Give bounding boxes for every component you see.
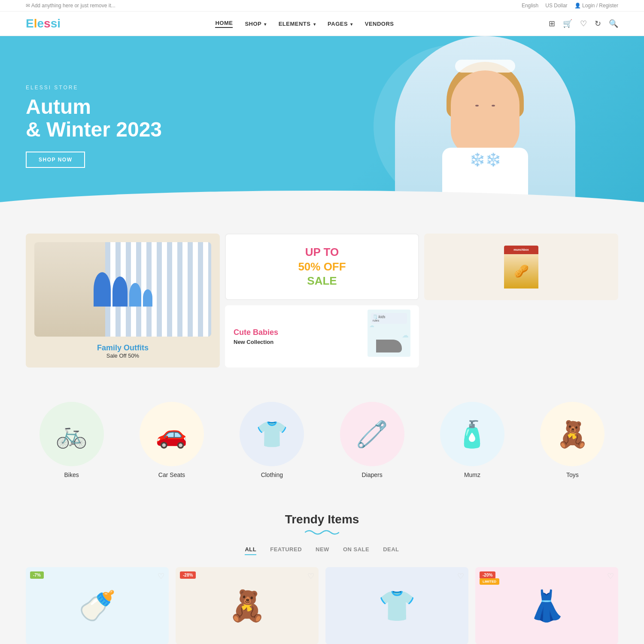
product-wishlist-2[interactable]: ♡ bbox=[307, 571, 314, 581]
category-mumz-circle: 🧴 bbox=[440, 402, 504, 466]
categories-grid: 🚲 Bikes 🚗 Car Seats 👕 Clothing 🧷 Diapers bbox=[26, 402, 618, 478]
sale-text: UP TO 50% OFF SALE bbox=[298, 245, 346, 289]
grid-icon[interactable]: ⊞ bbox=[549, 19, 555, 28]
girl-face bbox=[451, 70, 519, 156]
language-selector[interactable]: English bbox=[522, 3, 538, 9]
clothing-icon: 👕 bbox=[256, 419, 288, 450]
category-carseats-label: Car Seats bbox=[158, 471, 185, 478]
snack-brand: munchbox bbox=[513, 248, 529, 251]
trendy-wave-decoration bbox=[26, 529, 618, 538]
cart-icon[interactable]: 🛒 bbox=[563, 19, 572, 28]
snack-package: munchbox 🥜 bbox=[504, 246, 538, 289]
product-badge-4: -20% bbox=[480, 571, 495, 579]
tab-new[interactable]: NEW bbox=[316, 546, 329, 555]
tab-on-sale[interactable]: ON SALE bbox=[343, 546, 369, 555]
category-carseats[interactable]: 🚗 Car Seats bbox=[140, 402, 204, 478]
category-clothing-circle: 👕 bbox=[240, 402, 304, 466]
tab-all[interactable]: ALL bbox=[245, 546, 256, 555]
category-mumz-label: Mumz bbox=[464, 471, 480, 478]
product-image-bear: 🧸 bbox=[176, 567, 319, 644]
category-mumz[interactable]: 🧴 Mumz bbox=[440, 402, 504, 478]
promo-grid: Family Outfits Sale Off 50% UP TO 50% OF… bbox=[26, 234, 618, 368]
product-wishlist-3[interactable]: ♡ bbox=[457, 571, 464, 581]
product-card-shirt: ♡ 👕 bbox=[325, 567, 468, 644]
family-figures bbox=[94, 272, 152, 307]
product-wishlist-4[interactable]: ♡ bbox=[607, 571, 614, 581]
category-clothing-label: Clothing bbox=[261, 471, 283, 478]
category-diapers[interactable]: 🧷 Diapers bbox=[340, 402, 404, 478]
product-card-dress: -20% LIMITED ♡ 👗 bbox=[475, 567, 618, 644]
hero-girl-figure: ❄️❄️ bbox=[395, 36, 575, 216]
trendy-section: Trendy Items ALL FEATURED NEW ON SALE DE… bbox=[0, 495, 644, 644]
trendy-tabs: ALL FEATURED NEW ON SALE DEAL bbox=[26, 546, 618, 555]
promo-family-title: Family Outfits bbox=[97, 343, 149, 352]
product-wishlist-1[interactable]: ♡ bbox=[158, 571, 164, 581]
category-carseats-circle: 🚗 bbox=[140, 402, 204, 466]
user-icon: 👤 bbox=[574, 3, 581, 9]
dad-figure bbox=[94, 272, 111, 307]
trendy-title: Trendy Items bbox=[26, 513, 618, 526]
product-badge-1: -7% bbox=[30, 571, 44, 579]
category-diapers-label: Diapers bbox=[362, 471, 383, 478]
hero-store-label: ELESSI STORE bbox=[26, 85, 162, 91]
site-logo[interactable]: Elessi bbox=[26, 17, 61, 30]
nav-pages[interactable]: PAGES ▾ bbox=[328, 21, 353, 27]
category-diapers-circle: 🧷 bbox=[340, 402, 404, 466]
site-header: Elessi HOME SHOP ▾ ELEMENTS ▾ PAGES ▾ VE… bbox=[0, 12, 644, 36]
hero-cta-button[interactable]: SHOP NOW bbox=[26, 152, 85, 168]
promo-family-card[interactable]: Family Outfits Sale Off 50% bbox=[26, 234, 220, 368]
toddler-figure bbox=[143, 289, 152, 307]
nav-vendors[interactable]: VENDORS bbox=[365, 21, 394, 27]
babies-image: 🗒️ kids rules ☁ ☁ bbox=[368, 310, 410, 357]
refresh-icon[interactable]: ↻ bbox=[595, 19, 601, 28]
top-bar-right: English US Dollar 👤 Login / Register bbox=[522, 3, 618, 9]
product-badge-2: -28% bbox=[180, 571, 196, 579]
wishlist-icon[interactable]: ♡ bbox=[580, 19, 587, 28]
promo-section: Family Outfits Sale Off 50% UP TO 50% OF… bbox=[0, 216, 644, 385]
currency-selector[interactable]: US Dollar bbox=[545, 3, 567, 9]
promo-snack-card[interactable]: munchbox 🥜 bbox=[424, 234, 618, 300]
product-image-shirt: 👕 bbox=[325, 567, 468, 644]
category-toys-label: Toys bbox=[566, 471, 579, 478]
nav-elements[interactable]: ELEMENTS ▾ bbox=[279, 21, 316, 27]
category-bikes[interactable]: 🚲 Bikes bbox=[39, 402, 104, 478]
nav-shop[interactable]: SHOP ▾ bbox=[245, 21, 266, 27]
search-icon[interactable]: 🔍 bbox=[609, 19, 618, 28]
bikes-icon: 🚲 bbox=[55, 419, 88, 450]
category-toys[interactable]: 🧸 Toys bbox=[540, 402, 605, 478]
carseats-icon: 🚗 bbox=[155, 419, 188, 450]
diapers-icon: 🧷 bbox=[356, 419, 388, 450]
header-icons: ⊞ 🛒 ♡ ↻ 🔍 bbox=[549, 19, 618, 28]
product-badge-limited: LIMITED bbox=[480, 578, 499, 585]
product-card-bottle: -7% ♡ 🍼 bbox=[26, 567, 169, 644]
top-bar-message: ✉ Add anything here or just remove it... bbox=[26, 3, 115, 9]
toys-icon: 🧸 bbox=[556, 419, 589, 450]
promo-babies-card[interactable]: Cute Babies New Collection 🗒️ kids rules… bbox=[225, 305, 419, 368]
category-bikes-circle: 🚲 bbox=[39, 402, 104, 466]
promo-family-subtitle: Sale Off 50% bbox=[106, 352, 139, 359]
nav-home[interactable]: HOME bbox=[215, 20, 233, 28]
snack-icon: 🥜 bbox=[514, 264, 529, 278]
promo-family-image bbox=[34, 242, 211, 337]
category-clothing[interactable]: 👕 Clothing bbox=[240, 402, 304, 478]
hero-image: ❄️❄️ bbox=[378, 36, 592, 216]
products-grid: -7% ♡ 🍼 -28% ♡ 🧸 ♡ 👕 -20% LIMITED ♡ 👗 bbox=[26, 567, 618, 644]
auth-link[interactable]: 👤 Login / Register bbox=[574, 3, 618, 9]
top-bar: ✉ Add anything here or just remove it...… bbox=[0, 0, 644, 12]
tab-deal[interactable]: DEAL bbox=[383, 546, 399, 555]
main-nav: HOME SHOP ▾ ELEMENTS ▾ PAGES ▾ VENDORS bbox=[215, 20, 394, 28]
categories-section: 🚲 Bikes 🚗 Car Seats 👕 Clothing 🧷 Diapers bbox=[0, 385, 644, 495]
shoe-shape bbox=[376, 340, 402, 352]
promo-sale-card[interactable]: UP TO 50% OFF SALE bbox=[225, 234, 419, 300]
mom-figure bbox=[112, 276, 128, 307]
category-toys-circle: 🧸 bbox=[540, 402, 605, 466]
kid-figure bbox=[129, 283, 141, 307]
mumz-icon: 🧴 bbox=[456, 419, 488, 450]
category-bikes-label: Bikes bbox=[64, 471, 79, 478]
product-image-bottle: 🍼 bbox=[26, 567, 169, 644]
product-card-bear: -28% ♡ 🧸 bbox=[176, 567, 319, 644]
hero-section: ELESSI STORE Autum & Winter 2023 SHOP NO… bbox=[0, 36, 644, 216]
hero-content: ELESSI STORE Autum & Winter 2023 SHOP NO… bbox=[26, 85, 162, 168]
tab-featured[interactable]: FEATURED bbox=[270, 546, 302, 555]
hero-title: Autum & Winter 2023 bbox=[26, 96, 162, 141]
